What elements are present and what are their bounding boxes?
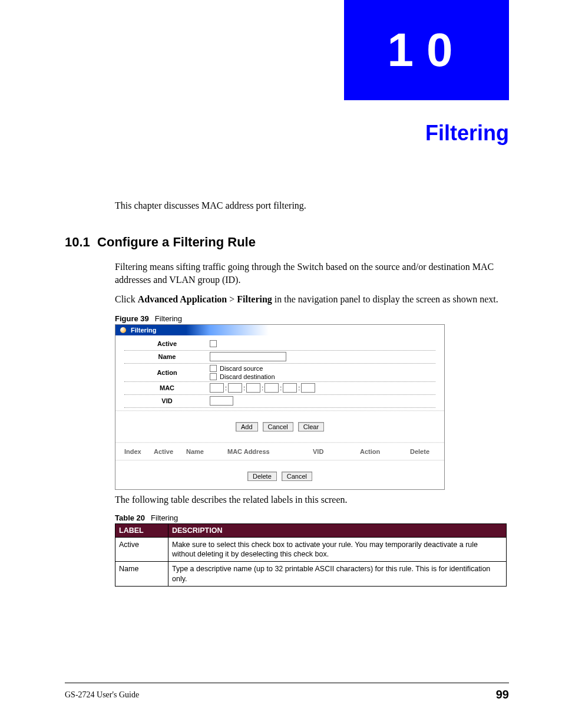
intro-text: This chapter discusses MAC address port … <box>115 200 509 211</box>
discard-source-checkbox[interactable] <box>210 365 217 372</box>
col-vid: VID <box>313 448 360 455</box>
col-name: Name <box>186 448 227 455</box>
panel-header: Filtering <box>115 325 444 335</box>
delete-button[interactable]: Delete <box>247 472 277 481</box>
cell-label: Name <box>115 562 168 587</box>
table-row: Active Make sure to select this check bo… <box>115 537 507 562</box>
guide-name: GS-2724 User's Guide <box>65 690 139 700</box>
separator-2 <box>115 442 444 443</box>
th-label: LABEL <box>115 523 168 537</box>
add-button[interactable]: Add <box>236 422 258 431</box>
col-active: Active <box>154 448 186 455</box>
clear-button[interactable]: Clear <box>298 422 324 431</box>
cancel-button[interactable]: Cancel <box>263 422 293 431</box>
chapter-title: Filtering <box>425 121 509 146</box>
col-index: Index <box>124 448 154 455</box>
col-delete: Delete <box>410 448 439 455</box>
paragraph-1: Filtering means sifting traffic going th… <box>115 261 509 286</box>
row-label-action: Action <box>124 369 210 376</box>
table-caption: Table 20Filtering <box>115 513 509 522</box>
row-label-vid: VID <box>124 397 210 404</box>
section-number: 10.1 <box>65 235 90 249</box>
chapter-number: 10 <box>388 23 466 77</box>
discard-source-label: Discard source <box>220 365 263 372</box>
row-label-active: Active <box>124 340 210 347</box>
name-input[interactable] <box>210 352 286 361</box>
col-mac: MAC Address <box>227 448 313 455</box>
paragraph-2: Click Advanced Application > Filtering i… <box>115 293 509 306</box>
active-checkbox[interactable] <box>210 340 217 347</box>
mac-input-2[interactable] <box>228 383 242 393</box>
description-table: LABEL DESCRIPTION Active Make sure to se… <box>115 523 507 587</box>
cancel-button-2[interactable]: Cancel <box>282 472 312 481</box>
vid-input[interactable] <box>210 396 233 406</box>
section-heading: 10.1 Configure a Filtering Rule <box>65 235 509 250</box>
discard-destination-checkbox[interactable] <box>210 373 217 380</box>
mac-input-5[interactable] <box>283 383 297 393</box>
list-header-row: Index Active Name MAC Address VID Action… <box>124 446 435 457</box>
mac-input-4[interactable] <box>265 383 279 393</box>
discard-destination-label: Discard destination <box>220 373 275 380</box>
figure-caption: Figure 39Filtering <box>115 314 509 323</box>
after-figure-text: The following table describes the relate… <box>115 495 509 505</box>
section-title: Configure a Filtering Rule <box>97 235 256 249</box>
cell-desc: Make sure to select this check box to ac… <box>168 537 507 562</box>
page-footer: GS-2724 User's Guide 99 <box>65 683 509 701</box>
col-action: Action <box>360 448 410 455</box>
figure-screenshot: Filtering Active Name Action Discard sou… <box>115 324 445 490</box>
chapter-number-box: 10 <box>344 0 509 100</box>
separator <box>115 410 444 411</box>
row-label-mac: MAC <box>124 384 210 391</box>
panel-title: Filtering <box>131 327 156 334</box>
cell-desc: Type a descriptive name (up to 32 printa… <box>168 562 507 587</box>
mac-input-1[interactable] <box>210 383 224 393</box>
mac-input-3[interactable] <box>246 383 260 393</box>
page-number: 99 <box>496 688 509 701</box>
separator-3 <box>115 460 444 461</box>
th-description: DESCRIPTION <box>168 523 507 537</box>
table-row: Name Type a descriptive name (up to 32 p… <box>115 562 507 587</box>
row-label-name: Name <box>124 353 210 360</box>
mac-input-6[interactable] <box>301 383 315 393</box>
cell-label: Active <box>115 537 168 562</box>
